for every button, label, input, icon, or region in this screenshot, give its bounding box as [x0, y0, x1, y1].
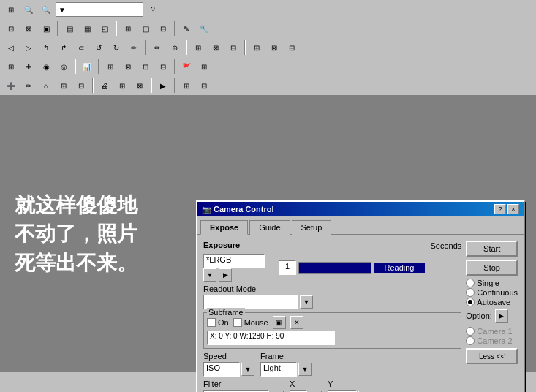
readout-label: Readout Mode [203, 284, 461, 293]
tb-r3-5[interactable]: ⊂ [73, 39, 89, 56]
tb-r2-5[interactable]: ▦ [79, 20, 95, 37]
on-checkbox-box[interactable] [207, 318, 216, 327]
frame-input[interactable]: Light [260, 362, 297, 377]
tb-icon-2[interactable]: 🔍 [20, 1, 37, 18]
subframe-btn-2[interactable]: ✕ [290, 316, 303, 329]
radio-autosave-circle[interactable] [466, 298, 475, 306]
tb-r5-5[interactable]: ⊟ [73, 78, 89, 94]
speed-section: Speed ISO ▼ [203, 352, 254, 377]
radio-single-circle[interactable] [466, 279, 475, 287]
tb-r3-4[interactable]: ↱ [56, 39, 72, 56]
tb-r2-4[interactable]: ▤ [61, 20, 78, 37]
filter-input[interactable]: *LRGB [203, 254, 265, 268]
tab-expose[interactable]: Expose [200, 220, 248, 235]
tb-r4-9[interactable]: ⊟ [155, 59, 171, 75]
subframe-btn-1[interactable]: ▣ [273, 316, 286, 329]
tb-r4-2[interactable]: ✚ [20, 59, 37, 75]
tb-r5-11[interactable]: ⊟ [196, 78, 212, 94]
less-button[interactable]: Less << [466, 348, 518, 364]
tb-r5-1[interactable]: ➕ [3, 78, 19, 94]
tb-r2-2[interactable]: ⊠ [20, 20, 37, 37]
tb-r3-10[interactable]: ⊕ [167, 39, 183, 56]
frame-arrow[interactable]: ▼ [298, 363, 312, 376]
mouse-checkbox-box[interactable] [233, 318, 242, 327]
readout-arrow-btn[interactable]: ▼ [300, 295, 313, 309]
tb-r5-7[interactable]: ⊞ [114, 78, 130, 94]
tb-r3-9[interactable]: ✏ [149, 39, 165, 56]
readout-input[interactable] [203, 295, 298, 309]
stop-button[interactable]: Stop [466, 260, 518, 276]
tb-r4-8[interactable]: ⊡ [137, 59, 154, 75]
sep-11 [151, 78, 152, 93]
tb-r3-11[interactable]: ⊞ [190, 39, 206, 56]
subframe-mouse-checkbox[interactable]: Mouse [233, 318, 268, 327]
tb-r3-2[interactable]: ▷ [20, 39, 37, 56]
tb-r5-6[interactable]: 🖨 [97, 78, 113, 94]
speed-arrow[interactable]: ▼ [241, 363, 254, 376]
filter-seconds-row: *LRGB ▼ ▶ 1 Reading [203, 254, 461, 282]
tb-r3-14[interactable]: ⊞ [249, 39, 265, 56]
tb-r4-10[interactable]: 🚩 [178, 59, 195, 75]
radio-camera1-circle[interactable] [466, 327, 475, 336]
tb-r5-10[interactable]: ⊞ [178, 78, 195, 94]
radio-continuous-circle[interactable] [466, 288, 475, 297]
tb-r4-7[interactable]: ⊠ [120, 59, 136, 75]
tb-r5-8[interactable]: ⊠ [132, 78, 148, 94]
speed-input[interactable]: ISO [203, 362, 240, 377]
tab-setup[interactable]: Setup [292, 220, 332, 235]
tb-r5-3[interactable]: ⌂ [38, 78, 54, 94]
dialog-close-btn[interactable]: × [507, 204, 519, 214]
dialog-help-btn[interactable]: ? [494, 204, 506, 214]
seconds-input[interactable]: 1 [279, 260, 296, 275]
tb-r3-6[interactable]: ↺ [91, 39, 107, 56]
tb-r4-11[interactable]: ⊞ [196, 59, 212, 75]
tb-r2-8[interactable]: ◫ [137, 20, 154, 37]
radio-camera2-circle[interactable] [466, 336, 475, 345]
tb-r4-1[interactable]: ⊞ [3, 59, 19, 75]
tb-r4-3[interactable]: ◉ [38, 59, 54, 75]
start-button[interactable]: Start [466, 241, 518, 257]
tb-r2-10[interactable]: ✎ [178, 20, 195, 37]
tb-r2-3[interactable]: ▣ [38, 20, 54, 37]
subframe-on-checkbox[interactable]: On [207, 318, 229, 327]
tb-r3-15[interactable]: ⊠ [266, 39, 282, 56]
tb-r3-16[interactable]: ⊟ [284, 39, 300, 56]
tb-r4-4[interactable]: ◎ [56, 59, 72, 75]
right-buttons-panel: Start Stop Single Continuous [466, 241, 518, 392]
tb-r4-5[interactable]: 📊 [79, 59, 95, 75]
radio-continuous[interactable]: Continuous [466, 288, 518, 297]
tb-r3-3[interactable]: ↰ [38, 39, 54, 56]
filter-arrow-btn[interactable]: ▼ [203, 268, 216, 282]
filter-play-btn[interactable]: ▶ [219, 268, 232, 282]
option-arrow-btn[interactable]: ▶ [495, 309, 508, 323]
tb-help[interactable]: ? [145, 1, 161, 18]
tb-r2-11[interactable]: 🔧 [196, 20, 212, 37]
tb-r2-7[interactable]: ⊞ [120, 20, 136, 37]
tb-r5-9[interactable]: ▶ [155, 78, 171, 94]
tb-icon-1[interactable]: ⊞ [3, 1, 19, 18]
tb-r2-9[interactable]: ⊟ [155, 20, 171, 37]
dialog-controls: ? × [494, 204, 519, 214]
sep-12 [174, 78, 175, 93]
tb-r2-1[interactable]: ⊡ [3, 20, 19, 37]
radio-single[interactable]: Single [466, 279, 518, 287]
tb-r3-13[interactable]: ⊟ [225, 39, 241, 56]
subframe-coords: X: 0 Y: 0 W:1280 H: 90 [207, 331, 458, 345]
tb-r5-4[interactable]: ⊞ [56, 78, 72, 94]
tb-r3-1[interactable]: ◁ [3, 39, 19, 56]
frame-section: Frame Light ▼ [260, 352, 312, 377]
tb-r3-12[interactable]: ⊠ [208, 39, 224, 56]
radio-autosave[interactable]: Autosave [466, 298, 518, 306]
tb-r4-6[interactable]: ⊞ [102, 59, 118, 75]
tb-r2-6[interactable]: ◱ [97, 20, 113, 37]
tb-r3-7[interactable]: ↻ [108, 39, 124, 56]
exposure-label: Exposure [203, 241, 240, 249]
radio-camera2[interactable]: Camera 2 [466, 336, 518, 345]
tb-r3-8[interactable]: ✏ [126, 39, 142, 56]
tb-r5-2[interactable]: ✏ [20, 78, 37, 94]
tab-guide[interactable]: Guide [249, 220, 290, 235]
filter-xy-row: Filter No Filters ▼ X 1 ▼ [203, 380, 461, 392]
tb-icon-3[interactable]: 🔍 [38, 1, 54, 18]
radio-camera1[interactable]: Camera 1 [466, 327, 518, 336]
toolbar-dropdown[interactable]: ▼ [56, 2, 143, 17]
